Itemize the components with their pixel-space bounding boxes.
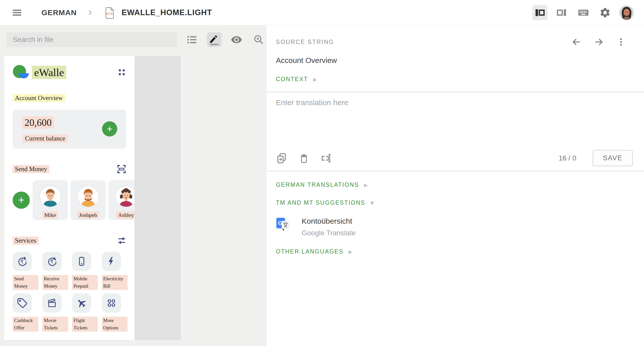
balance-card: 20,600 Current balance + [13,110,126,149]
suggestion-provider: Google Translate [302,229,355,237]
chevron-right-icon: ▶ [349,249,352,255]
preview-toolbar [7,32,266,47]
chevron-down-icon: ▼ [370,200,374,206]
chevron-right-icon: ▶ [313,77,317,82]
top-bar: GERMAN </> EWALLE_HOME.LIGHT [0,0,644,25]
contact-card: Joshpeh [70,180,106,220]
smartphone-icon [76,256,87,267]
contact-card: Mike [33,180,68,220]
editor-toolbar: 16 / 0 SAVE [276,150,633,166]
contact-name-string[interactable]: Joshpeh [77,212,99,219]
source-string-text: Account Overview [276,56,633,65]
delete-translation-button[interactable] [299,153,309,164]
keyboard-shortcuts-button[interactable] [576,5,591,20]
service-send-money-tile: ₹ [13,252,32,271]
service-label[interactable]: Electricity Bill [102,275,128,290]
app-name-string[interactable]: eWalle [32,66,66,79]
grid-circles-icon [106,298,117,308]
tag-icon [17,298,28,308]
bolt-icon [106,256,117,267]
preview-eye-button[interactable] [229,32,244,47]
service-label[interactable]: Receive Money [42,275,68,290]
service-movie-tickets-tile [42,293,62,313]
phone-preview-card: eWalle Account Overview 20,600 Current b… [4,56,135,340]
translation-editor: SOURCE STRING Account Overview CONTEXT ▶ [266,25,644,346]
svg-text:</>: </> [106,12,113,16]
zoom-in-button[interactable] [251,32,266,47]
services-grid: ₹ Send Money ₹ [13,252,131,332]
save-button[interactable]: SAVE [592,150,633,166]
service-mobile-prepaid-tile [72,252,91,271]
search-input[interactable] [7,32,177,47]
phone-preview: eWalle Account Overview 20,600 Current b… [4,56,266,340]
balance-label-string[interactable]: Current balance [23,134,67,143]
copy-source-button[interactable] [276,152,288,164]
next-string-button[interactable] [593,36,605,48]
contact-name-string[interactable]: Mike [42,212,58,219]
plane-icon [76,298,87,308]
source-string-label: SOURCE STRING [276,39,334,45]
chevron-right-icon: ▶ [364,182,368,188]
other-languages-toggle[interactable]: OTHER LANGUAGES ▶ [276,248,633,255]
balance-amount-string[interactable]: 20,600 [22,116,54,129]
breadcrumb: GERMAN </> EWALLE_HOME.LIGHT [11,6,212,20]
settings-button[interactable] [598,5,613,20]
service-more-options-tile [102,293,121,313]
breadcrumb-file[interactable]: EWALLE_HOME.LIGHT [122,8,212,17]
menu-icon[interactable] [11,8,23,18]
more-options-button[interactable] [616,37,626,47]
mt-suggestion-item[interactable]: G Kontoübersicht Google Translate [276,217,633,237]
tm-mt-suggestions-label: TM AND MT SUGGESTIONS [276,199,365,206]
service-label[interactable]: Movie Tickets [42,317,68,332]
edit-mode-button[interactable] [207,32,222,47]
contact-avatar-mike [39,186,61,207]
gear-icon [599,7,611,18]
ewalle-logo-icon [13,65,29,80]
contacts-row: + [13,180,135,220]
tune-icon [117,236,126,245]
char-counter: 16 / 0 [559,154,576,162]
context-label: CONTEXT [276,76,308,83]
add-contact-button: + [13,192,30,209]
plus-icon: + [107,124,112,134]
string-list-button[interactable] [185,32,199,47]
service-label[interactable]: Cashback Offer [13,317,38,332]
file-code-icon: </> [103,6,115,20]
clapperboard-icon [47,298,57,308]
insert-placeholder-button[interactable] [320,152,332,164]
contact-name-string[interactable]: Ashley [116,212,135,219]
service-label[interactable]: Mobile Prepaid [72,275,98,290]
service-label[interactable]: Send Money [13,275,38,290]
crop-frame-icon [117,164,126,174]
breadcrumb-chevron-icon [86,9,94,16]
contact-avatar-joshpeh [77,186,99,207]
breadcrumb-project[interactable]: GERMAN [41,8,77,17]
suggestion-text[interactable]: Kontoübersicht [302,217,355,225]
german-translations-toggle[interactable]: GERMAN TRANSLATIONS ▶ [276,181,633,188]
service-cashback-offer-tile [13,293,32,313]
layout-right-panel-button[interactable] [554,5,569,20]
send-money-string[interactable]: Send Money [13,165,49,173]
google-translate-icon: G [276,217,291,233]
contact-card: Ashley [108,180,135,220]
user-avatar[interactable] [619,5,634,20]
previous-string-button[interactable] [571,36,582,48]
menu-dots-icon [117,68,126,77]
translation-input[interactable] [276,98,633,136]
add-balance-button: + [102,121,117,136]
service-receive-money-tile: ₹ [42,252,62,271]
tm-mt-suggestions-toggle[interactable]: TM AND MT SUGGESTIONS ▼ [276,199,633,206]
account-overview-string[interactable]: Account Overview [13,94,65,102]
layout-left-panel-button[interactable] [532,5,547,20]
service-electricity-bill-tile [102,252,121,271]
services-string[interactable]: Services [13,237,39,245]
context-toggle[interactable]: CONTEXT ▶ [276,76,633,83]
service-flight-tickets-tile [72,293,91,313]
service-label[interactable]: More Options [102,317,128,332]
service-label[interactable]: Flight Tickets [72,317,98,332]
main-area: eWalle Account Overview 20,600 Current b… [0,25,644,346]
phone-preview-gutter [135,56,181,340]
divider [266,171,644,171]
svg-text:₹: ₹ [50,259,53,265]
contact-avatar-ashley [115,186,135,207]
